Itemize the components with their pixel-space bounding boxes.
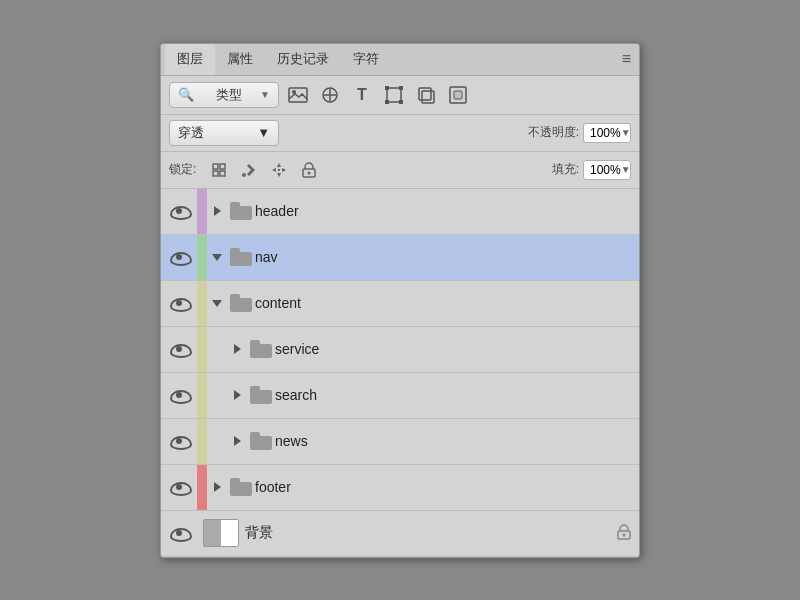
lock-label: 锁定: <box>169 161 196 178</box>
svg-rect-7 <box>399 86 403 90</box>
transform-icon[interactable] <box>381 82 407 108</box>
layer-item[interactable]: service <box>161 327 639 373</box>
text-icon[interactable]: T <box>349 82 375 108</box>
expand-col[interactable] <box>207 482 227 492</box>
layer-color-tag <box>197 189 207 234</box>
layer-color-tag <box>197 373 207 418</box>
tab-character[interactable]: 字符 <box>341 44 391 75</box>
folder-col <box>247 432 275 450</box>
svg-rect-9 <box>399 100 403 104</box>
visibility-eye-icon <box>170 204 188 218</box>
tab-properties[interactable]: 属性 <box>215 44 265 75</box>
folder-icon <box>230 248 252 266</box>
svg-marker-22 <box>282 168 286 172</box>
svg-marker-20 <box>277 173 281 177</box>
toolbar-row-1: 🔍 类型 ▼ T <box>161 76 639 115</box>
image-icon[interactable] <box>285 82 311 108</box>
visibility-eye-icon <box>170 250 188 264</box>
layer-color-tag <box>197 281 207 326</box>
expand-col[interactable] <box>207 254 227 261</box>
folder-col <box>227 478 255 496</box>
fill-group: 填充: 100% ▼ <box>552 160 631 180</box>
lock-pixels-icon[interactable] <box>206 157 232 183</box>
eye-col[interactable] <box>161 511 197 556</box>
visibility-eye-icon <box>170 342 188 356</box>
layer-item[interactable]: content <box>161 281 639 327</box>
layer-color-tag <box>197 327 207 372</box>
visibility-eye-icon <box>170 480 188 494</box>
expand-col[interactable] <box>227 390 247 400</box>
type-select[interactable]: 🔍 类型 ▼ <box>169 82 279 108</box>
svg-point-27 <box>623 533 626 536</box>
svg-rect-16 <box>220 164 225 169</box>
eye-col[interactable] <box>161 281 197 326</box>
toolbar-row-2: 穿透 ▼ 不透明度: 100% ▼ <box>161 115 639 152</box>
eye-col[interactable] <box>161 235 197 280</box>
svg-rect-5 <box>387 88 401 102</box>
svg-rect-10 <box>419 88 431 100</box>
layer-item[interactable]: header <box>161 189 639 235</box>
svg-rect-14 <box>213 164 218 169</box>
eye-col[interactable] <box>161 327 197 372</box>
background-layer[interactable]: 背景 <box>161 511 639 557</box>
folder-icon <box>250 340 272 358</box>
visibility-eye-icon <box>170 526 188 540</box>
adjustment-icon[interactable] <box>445 82 471 108</box>
background-thumbnail <box>203 519 239 547</box>
layer-item[interactable]: search <box>161 373 639 419</box>
expand-col[interactable] <box>227 436 247 446</box>
toolbar-row-3: 锁定: <box>161 152 639 189</box>
layer-name: service <box>275 341 639 357</box>
layer-item[interactable]: news <box>161 419 639 465</box>
lock-move-icon[interactable] <box>266 157 292 183</box>
layer-color-tag <box>197 465 207 510</box>
eye-col[interactable] <box>161 189 197 234</box>
smart-object-icon[interactable] <box>413 82 439 108</box>
opacity-arrow: ▼ <box>621 127 631 138</box>
tab-layers[interactable]: 图层 <box>165 44 215 75</box>
eye-col[interactable] <box>161 373 197 418</box>
expand-col[interactable] <box>227 344 247 354</box>
layer-item[interactable]: footer <box>161 465 639 511</box>
folder-col <box>247 386 275 404</box>
opacity-input[interactable]: 100% ▼ <box>583 123 631 143</box>
opacity-label: 不透明度: <box>528 124 579 141</box>
layer-item[interactable]: nav <box>161 235 639 281</box>
tab-history[interactable]: 历史记录 <box>265 44 341 75</box>
expand-col[interactable] <box>207 300 227 307</box>
expand-arrow-icon <box>212 300 222 307</box>
expand-col[interactable] <box>207 206 227 216</box>
folder-icon <box>250 432 272 450</box>
panel-menu-icon[interactable]: ≡ <box>622 50 635 68</box>
blend-mode-select[interactable]: 穿透 ▼ <box>169 120 279 146</box>
svg-rect-8 <box>385 100 389 104</box>
layer-name: search <box>275 387 639 403</box>
svg-point-25 <box>308 171 311 174</box>
svg-rect-0 <box>289 88 307 102</box>
collapse-arrow-icon <box>234 390 241 400</box>
svg-rect-23 <box>278 169 280 171</box>
folder-icon <box>230 202 252 220</box>
folder-col <box>227 248 255 266</box>
folder-col <box>247 340 275 358</box>
lock-all-icon[interactable] <box>296 157 322 183</box>
background-layer-name: 背景 <box>245 524 617 542</box>
layer-name: footer <box>255 479 639 495</box>
eye-col[interactable] <box>161 419 197 464</box>
eye-col[interactable] <box>161 465 197 510</box>
collapse-arrow-icon <box>214 482 221 492</box>
svg-point-18 <box>242 173 246 177</box>
brush-icon[interactable] <box>317 82 343 108</box>
folder-col <box>227 202 255 220</box>
blend-select-arrow: ▼ <box>257 125 270 140</box>
visibility-eye-icon <box>170 434 188 448</box>
lock-icon <box>617 524 631 543</box>
layer-list: header nav <box>161 189 639 557</box>
visibility-eye-icon <box>170 388 188 402</box>
svg-rect-17 <box>220 171 225 176</box>
lock-paint-icon[interactable] <box>236 157 262 183</box>
fill-input[interactable]: 100% ▼ <box>583 160 631 180</box>
tab-bar: 图层 属性 历史记录 字符 ≡ <box>161 44 639 76</box>
search-icon: 🔍 <box>178 87 194 102</box>
expand-arrow-icon <box>212 254 222 261</box>
